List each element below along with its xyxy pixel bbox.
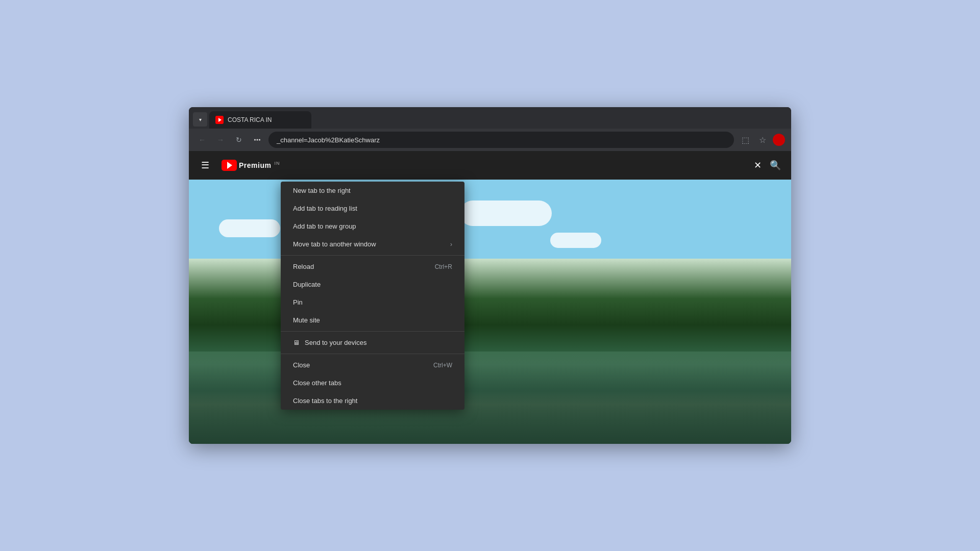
menu-item-move-tab-window-label: Move tab to another window bbox=[293, 240, 376, 248]
bookmark-button[interactable]: ☆ bbox=[755, 133, 770, 147]
menu-item-mute-site[interactable]: Mute site bbox=[281, 311, 464, 329]
menu-item-send-devices[interactable]: 🖥 Send to your devices bbox=[281, 334, 464, 352]
menu-item-add-reading-list[interactable]: Add tab to reading list bbox=[281, 199, 464, 217]
menu-item-add-reading-list-label: Add tab to reading list bbox=[293, 205, 357, 212]
reload-button[interactable]: ↻ bbox=[232, 133, 246, 147]
forward-button[interactable]: → bbox=[213, 133, 228, 147]
cloud-3 bbox=[550, 233, 601, 248]
submenu-arrow-icon: › bbox=[450, 241, 452, 248]
extensions-icon bbox=[253, 135, 262, 144]
youtube-header: ☰ Premium IN ✕ 🔍 bbox=[189, 151, 791, 180]
menu-item-close-shortcut: Ctrl+W bbox=[433, 362, 452, 369]
youtube-premium-sub: IN bbox=[274, 161, 280, 166]
menu-item-add-new-group-label: Add tab to new group bbox=[293, 222, 356, 230]
menu-item-reload[interactable]: Reload Ctrl+R bbox=[281, 258, 464, 276]
menu-item-close-right-label: Close tabs to the right bbox=[293, 397, 357, 405]
youtube-premium-text: Premium bbox=[239, 161, 271, 169]
search-header-button[interactable]: 🔍 bbox=[768, 158, 783, 173]
cast-button[interactable]: ⬚ bbox=[738, 133, 752, 147]
menu-item-duplicate-label: Duplicate bbox=[293, 281, 321, 288]
tab-bar: ▾ COSTA RICA IN bbox=[189, 107, 791, 129]
context-menu: New tab to the right Add tab to reading … bbox=[281, 182, 464, 410]
background-image-area bbox=[189, 180, 791, 444]
forward-icon: → bbox=[217, 136, 224, 144]
back-button[interactable]: ← bbox=[195, 133, 209, 147]
browser-window: ▾ COSTA RICA IN ← → ↻ _channel=Jacob%2BK… bbox=[189, 107, 791, 444]
context-menu-divider-3 bbox=[281, 354, 464, 354]
menu-item-mute-site-label: Mute site bbox=[293, 316, 320, 324]
menu-item-new-tab-right[interactable]: New tab to the right bbox=[281, 182, 464, 199]
menu-item-add-new-group[interactable]: Add tab to new group bbox=[281, 217, 464, 235]
profile-avatar[interactable] bbox=[773, 134, 785, 146]
svg-point-0 bbox=[257, 139, 258, 141]
context-menu-divider-1 bbox=[281, 255, 464, 256]
active-tab[interactable]: COSTA RICA IN bbox=[209, 111, 311, 129]
water-overlay bbox=[189, 352, 791, 444]
menu-item-close-other-label: Close other tabs bbox=[293, 379, 341, 387]
youtube-logo[interactable]: Premium IN bbox=[222, 160, 280, 171]
back-icon: ← bbox=[199, 136, 206, 144]
menu-item-pin-label: Pin bbox=[293, 298, 303, 306]
hamburger-menu-button[interactable]: ☰ bbox=[197, 156, 213, 175]
url-text: _channel=Jacob%2BKatieSchwarz bbox=[277, 136, 380, 144]
menu-item-close-right[interactable]: Close tabs to the right bbox=[281, 392, 464, 410]
tab-favicon-icon bbox=[215, 116, 224, 124]
toolbar: ← → ↻ _channel=Jacob%2BKatieSchwarz ⬚ ☆ bbox=[189, 129, 791, 151]
extensions-button[interactable] bbox=[250, 133, 264, 147]
menu-item-duplicate[interactable]: Duplicate bbox=[281, 276, 464, 293]
youtube-logo-icon bbox=[222, 160, 237, 171]
cloud-1 bbox=[219, 219, 280, 237]
menu-item-close-other[interactable]: Close other tabs bbox=[281, 374, 464, 392]
svg-point-1 bbox=[254, 139, 256, 141]
menu-item-close[interactable]: Close Ctrl+W bbox=[281, 356, 464, 374]
tab-dropdown-button[interactable]: ▾ bbox=[193, 112, 207, 127]
menu-item-send-devices-label: Send to your devices bbox=[305, 339, 366, 346]
close-header-button[interactable]: ✕ bbox=[752, 158, 764, 173]
svg-point-2 bbox=[259, 139, 260, 141]
send-devices-icon: 🖥 bbox=[293, 339, 300, 346]
background-scene bbox=[189, 180, 791, 444]
menu-item-new-tab-right-label: New tab to the right bbox=[293, 187, 351, 194]
dropdown-arrow-icon: ▾ bbox=[199, 117, 202, 122]
tab-title: COSTA RICA IN bbox=[228, 116, 305, 123]
menu-item-pin[interactable]: Pin bbox=[281, 293, 464, 311]
bookmark-icon: ☆ bbox=[759, 135, 766, 145]
context-menu-divider-2 bbox=[281, 331, 464, 332]
youtube-header-right: ✕ 🔍 bbox=[752, 158, 783, 173]
page-content: ☰ Premium IN ✕ 🔍 New tab bbox=[189, 151, 791, 444]
cast-icon: ⬚ bbox=[742, 135, 749, 145]
menu-item-close-label: Close bbox=[293, 361, 310, 369]
cloud-2 bbox=[460, 201, 552, 226]
menu-item-reload-label: Reload bbox=[293, 263, 314, 270]
menu-item-move-tab-window[interactable]: Move tab to another window › bbox=[281, 235, 464, 253]
address-bar[interactable]: _channel=Jacob%2BKatieSchwarz bbox=[268, 132, 734, 148]
menu-item-reload-shortcut: Ctrl+R bbox=[435, 263, 452, 270]
reload-icon: ↻ bbox=[236, 136, 242, 144]
